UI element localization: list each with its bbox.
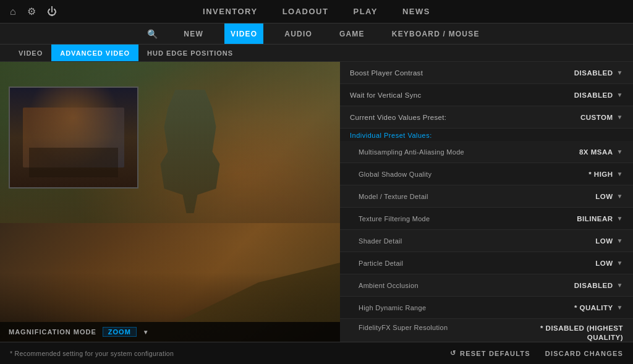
setting-value-hdr[interactable]: * QUALITY ▼ xyxy=(537,304,623,311)
setting-value-ao[interactable]: DISABLED ▼ xyxy=(537,282,623,289)
setting-boost-player-contrast[interactable]: Boost Player Contrast DISABLED ▼ xyxy=(340,62,633,84)
magnification-bar: Magnification Mode ZOOM ▼ xyxy=(0,322,340,342)
settings-icon[interactable]: ⚙ xyxy=(27,6,36,17)
chevron-icon: ▼ xyxy=(617,171,623,177)
settings-panel: Boost Player Contrast DISABLED ▼ Wait fo… xyxy=(340,62,633,342)
tab-keyboard-mouse[interactable]: KEYBOARD / MOUSE xyxy=(386,23,486,44)
top-navigation: ⌂ ⚙ ⏻ INVENTORY LOADOUT PLAY NEWS xyxy=(0,0,633,23)
lower-video-panel xyxy=(0,223,340,322)
reset-defaults-button[interactable]: ↺ RESET DEFAULTS xyxy=(450,349,530,357)
chevron-icon: ▼ xyxy=(617,215,623,222)
setting-particle-detail[interactable]: Particle Detail LOW ▼ xyxy=(340,252,633,274)
discard-changes-button[interactable]: DISCARD CHANGES xyxy=(545,350,623,357)
chevron-icon: ▼ xyxy=(617,304,623,311)
setting-label-hdr: High Dynamic Range xyxy=(350,304,426,311)
tab-video[interactable]: VIDEO xyxy=(224,23,263,44)
setting-shadow-quality[interactable]: Global Shadow Quality * HIGH ▼ xyxy=(340,163,633,185)
sub-tab-advanced-video[interactable]: ADVANCED VIDEO xyxy=(51,44,138,61)
setting-value-shadow[interactable]: * HIGH ▼ xyxy=(537,171,623,178)
setting-label-shadow: Global Shadow Quality xyxy=(350,171,431,178)
power-icon[interactable]: ⏻ xyxy=(47,6,57,17)
sub-tab-hud[interactable]: HUD EDGE POSITIONS xyxy=(138,44,242,61)
nav-icons: ⌂ ⚙ ⏻ xyxy=(10,6,57,17)
chevron-icon: ▼ xyxy=(617,114,623,121)
sub-tab-video[interactable]: VIDEO xyxy=(10,44,51,61)
setting-value-boost[interactable]: DISABLED ▼ xyxy=(537,69,623,77)
tab-new[interactable]: NEW xyxy=(177,23,210,44)
setting-value-preset[interactable]: CUSTOM ▼ xyxy=(537,114,623,121)
tabs-row: 🔍 NEW VIDEO AUDIO GAME KEYBOARD / MOUSE xyxy=(0,23,633,44)
setting-ambient-occlusion[interactable]: Ambient Occlusion DISABLED ▼ xyxy=(340,274,633,297)
bottom-bar: * Recommended setting for your system co… xyxy=(0,342,633,364)
nav-play[interactable]: PLAY xyxy=(353,7,377,16)
chevron-icon: ▼ xyxy=(617,260,623,266)
tab-game[interactable]: GAME xyxy=(333,23,371,44)
setting-video-preset[interactable]: Current Video Values Preset: CUSTOM ▼ xyxy=(340,106,633,129)
setting-vertical-sync[interactable]: Wait for Vertical Sync DISABLED ▼ xyxy=(340,84,633,106)
chevron-icon: ▼ xyxy=(617,237,623,244)
main-nav: INVENTORY LOADOUT PLAY NEWS xyxy=(203,7,430,16)
setting-label-boost: Boost Player Contrast xyxy=(350,69,423,77)
setting-value-texture[interactable]: LOW ▼ xyxy=(537,193,623,200)
main-content: Magnification Mode ZOOM ▼ Boost Player C… xyxy=(0,62,633,342)
setting-fsr[interactable]: FidelityFX Super Resolution * DISABLED (… xyxy=(340,319,633,342)
sub-tabs-row: VIDEO ADVANCED VIDEO HUD EDGE POSITIONS xyxy=(0,44,633,62)
setting-label-filtering: Texture Filtering Mode xyxy=(350,215,430,222)
nav-news[interactable]: NEWS xyxy=(402,7,430,16)
setting-label-fsr: FidelityFX Super Resolution xyxy=(350,324,448,331)
setting-texture-detail[interactable]: Model / Texture Detail LOW ▼ xyxy=(340,185,633,208)
chevron-icon: ▼ xyxy=(617,69,623,76)
chevron-icon: ▼ xyxy=(617,148,623,155)
setting-label-shader: Shader Detail xyxy=(350,237,402,245)
search-icon[interactable]: 🔍 xyxy=(147,29,158,39)
magnification-label: Magnification Mode xyxy=(9,328,96,336)
setting-value-msaa[interactable]: 8X MSAA ▼ xyxy=(537,148,623,156)
magnification-chevron: ▼ xyxy=(143,329,149,336)
pip-inner xyxy=(10,88,137,187)
refresh-icon: ↺ xyxy=(450,349,456,357)
nav-loadout[interactable]: LOADOUT xyxy=(283,7,329,16)
setting-label-vsync: Wait for Vertical Sync xyxy=(350,91,421,99)
chevron-icon: ▼ xyxy=(617,91,623,98)
video-preview-panel: Magnification Mode ZOOM ▼ xyxy=(0,62,340,342)
setting-value-particle[interactable]: LOW ▼ xyxy=(537,260,623,267)
setting-label-particle: Particle Detail xyxy=(350,260,403,267)
setting-label-preset: Current Video Values Preset: xyxy=(350,114,446,121)
setting-value-fsr[interactable]: * DISABLED (HIGHEST QUALITY) ▼ xyxy=(530,324,623,342)
home-icon[interactable]: ⌂ xyxy=(10,6,16,17)
setting-msaa[interactable]: Multisampling Anti-Aliasing Mode 8X MSAA… xyxy=(340,141,633,163)
setting-label-texture: Model / Texture Detail xyxy=(350,193,428,200)
magnification-value[interactable]: ZOOM xyxy=(103,327,137,337)
bottom-note: * Recommended setting for your system co… xyxy=(10,350,435,357)
setting-shader-detail[interactable]: Shader Detail LOW ▼ xyxy=(340,230,633,252)
setting-texture-filtering[interactable]: Texture Filtering Mode BILINEAR ▼ xyxy=(340,208,633,230)
setting-value-vsync[interactable]: DISABLED ▼ xyxy=(537,91,623,99)
setting-label-msaa: Multisampling Anti-Aliasing Mode xyxy=(350,148,464,156)
chevron-icon: ▼ xyxy=(617,282,623,289)
pip-window xyxy=(9,87,138,188)
tab-audio[interactable]: AUDIO xyxy=(278,23,318,44)
setting-value-shader[interactable]: LOW ▼ xyxy=(537,237,623,245)
setting-hdr[interactable]: High Dynamic Range * QUALITY ▼ xyxy=(340,297,633,319)
preset-section-label: Individual Preset Values: xyxy=(340,129,633,141)
setting-value-filtering[interactable]: BILINEAR ▼ xyxy=(537,215,623,222)
setting-label-ao: Ambient Occlusion xyxy=(350,282,418,289)
nav-inventory[interactable]: INVENTORY xyxy=(203,7,258,16)
chevron-icon: ▼ xyxy=(617,193,623,200)
